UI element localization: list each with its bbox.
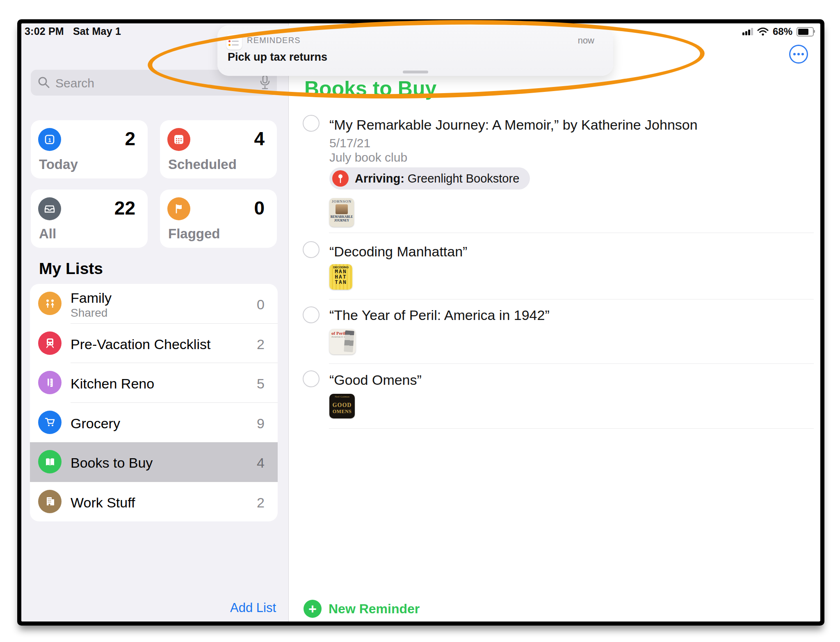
battery-icon xyxy=(797,27,814,37)
status-bar-left: 3:02 PMSat May 1 xyxy=(25,25,121,37)
book-cover-thumbnail[interactable]: DECODING MAN HAT TAN xyxy=(329,264,352,290)
smart-list-scheduled[interactable]: 4 Scheduled xyxy=(160,120,277,178)
smart-list-today[interactable]: 1 2 Today xyxy=(31,120,148,178)
reminder-row[interactable]: “The Year of Peril: America in 1942” of … xyxy=(303,306,814,364)
cart-icon xyxy=(38,411,62,434)
all-label: All xyxy=(39,226,56,242)
cover-flag-art xyxy=(344,330,354,352)
reminder-row[interactable]: “My Remarkable Journey: A Memoir,” by Ka… xyxy=(303,115,814,233)
notification-time: now xyxy=(578,35,594,46)
cover-portrait xyxy=(336,204,348,214)
page-title: Books to Buy xyxy=(304,77,436,101)
my-lists-group: Family Shared 0 Pre-Vacation Checklist 2… xyxy=(30,284,278,521)
flag-icon xyxy=(167,197,190,220)
cover-text: JOHNSON xyxy=(329,198,354,203)
status-date: Sat May 1 xyxy=(73,25,121,37)
list-name: Pre-Vacation Checklist xyxy=(71,336,210,352)
ipad-frame: 3:02 PMSat May 1 68% REMINDERS now Pick … xyxy=(17,19,824,626)
calendar-grid-icon xyxy=(167,128,190,151)
location-text: Arriving:Greenlight Bookstore xyxy=(355,172,519,185)
inbox-tray-icon xyxy=(38,197,61,220)
smart-list-flagged[interactable]: 0 Flagged xyxy=(160,190,277,248)
sidebar-item-kitchen-reno[interactable]: Kitchen Reno 5 xyxy=(30,363,278,403)
list-count: 9 xyxy=(257,416,265,432)
cover-text: REMARKABLE xyxy=(329,215,354,219)
new-reminder-button[interactable]: + New Reminder xyxy=(304,600,420,618)
location-label: Arriving: xyxy=(355,172,404,185)
sidebar-item-books-to-buy[interactable]: Books to Buy 4 xyxy=(30,442,278,482)
family-icon xyxy=(38,292,62,315)
scheduled-count: 4 xyxy=(254,128,265,150)
reminder-checkbox[interactable] xyxy=(303,241,320,258)
sidebar-item-pre-vacation-checklist[interactable]: Pre-Vacation Checklist 2 xyxy=(30,324,278,363)
notification-drag-handle[interactable] xyxy=(403,71,428,73)
open-book-icon xyxy=(38,450,62,473)
flagged-label: Flagged xyxy=(168,226,220,242)
svg-text:1: 1 xyxy=(48,137,51,143)
reminder-title: “The Year of Peril: America in 1942” xyxy=(329,307,550,323)
ellipsis-circle-icon[interactable] xyxy=(789,45,808,64)
plus-icon: + xyxy=(304,600,322,618)
today-count: 2 xyxy=(125,128,135,150)
book-cover-thumbnail[interactable]: Neil Gaiman GOOD OMENS xyxy=(329,394,355,418)
reminder-date: 5/17/21 xyxy=(329,136,370,150)
smart-list-all[interactable]: 22 All xyxy=(31,190,148,248)
list-name: Books to Buy xyxy=(71,455,153,471)
microphone-icon[interactable] xyxy=(260,75,270,90)
book-cover-thumbnail[interactable]: of Peril America in 1942 xyxy=(329,329,356,354)
cover-text: TAN xyxy=(329,279,352,285)
building-icon xyxy=(38,490,62,513)
reminders-app-icon xyxy=(226,34,242,50)
list-name: Work Stuff xyxy=(71,495,135,511)
status-bar-right: 68% xyxy=(742,26,814,37)
today-label: Today xyxy=(39,157,78,172)
cover-text: JOURNEY xyxy=(329,219,354,222)
ruler-pencil-icon xyxy=(38,371,62,394)
list-subtitle: Shared xyxy=(71,306,107,320)
sidebar-item-family[interactable]: Family Shared 0 xyxy=(30,284,278,324)
sidebar-item-grocery[interactable]: Grocery 9 xyxy=(30,403,278,443)
reminder-checkbox[interactable] xyxy=(303,370,320,387)
notification-app-name: REMINDERS xyxy=(247,36,301,45)
my-lists-header: My Lists xyxy=(39,260,103,278)
calendar-today-icon: 1 xyxy=(38,128,61,151)
reminder-note: July book club xyxy=(329,151,407,164)
reminder-row[interactable]: “Decoding Manhattan” DECODING MAN HAT TA… xyxy=(303,241,814,299)
cellular-signal-icon xyxy=(742,28,753,35)
battery-percent: 68% xyxy=(773,26,792,37)
flagged-count: 0 xyxy=(254,197,265,219)
reminder-title: “Good Omens” xyxy=(329,372,422,388)
list-count: 5 xyxy=(257,376,265,392)
location-pill[interactable]: Arriving:Greenlight Bookstore xyxy=(329,167,530,190)
new-reminder-label: New Reminder xyxy=(329,601,420,617)
list-count: 0 xyxy=(257,297,265,313)
screen: 3:02 PMSat May 1 68% REMINDERS now Pick … xyxy=(21,23,820,621)
status-time: 3:02 PM xyxy=(25,25,64,37)
location-value: Greenlight Bookstore xyxy=(408,172,519,185)
notification-title: Pick up tax returns xyxy=(228,51,327,64)
reminder-title: “Decoding Manhattan” xyxy=(329,244,467,260)
train-icon xyxy=(38,331,62,355)
list-name: Grocery xyxy=(71,416,120,432)
reminder-row[interactable]: “Good Omens” Neil Gaiman GOOD OMENS xyxy=(303,370,814,429)
reminder-checkbox[interactable] xyxy=(303,306,320,323)
cover-text: GOOD xyxy=(329,402,355,409)
list-count: 2 xyxy=(257,495,265,511)
cover-text: Neil Gaiman xyxy=(329,394,355,398)
list-name: Kitchen Reno xyxy=(71,376,154,392)
scheduled-label: Scheduled xyxy=(168,157,237,172)
reminder-checkbox[interactable] xyxy=(303,115,320,132)
search-icon xyxy=(37,76,50,89)
all-count: 22 xyxy=(114,197,135,219)
list-count: 4 xyxy=(257,455,265,471)
add-list-button[interactable]: Add List xyxy=(230,601,276,615)
list-count: 2 xyxy=(257,336,265,352)
sidebar-item-work-stuff[interactable]: Work Stuff 2 xyxy=(30,482,278,522)
wifi-icon xyxy=(757,27,769,36)
list-name: Family xyxy=(71,290,112,306)
map-pin-icon xyxy=(332,170,349,187)
notification-banner[interactable]: REMINDERS now Pick up tax returns xyxy=(217,25,613,76)
book-cover-thumbnail[interactable]: JOHNSON REMARKABLE JOURNEY xyxy=(329,198,354,227)
reminder-title: “My Remarkable Journey: A Memoir,” by Ka… xyxy=(329,117,698,133)
cover-text: OMENS xyxy=(329,409,355,415)
